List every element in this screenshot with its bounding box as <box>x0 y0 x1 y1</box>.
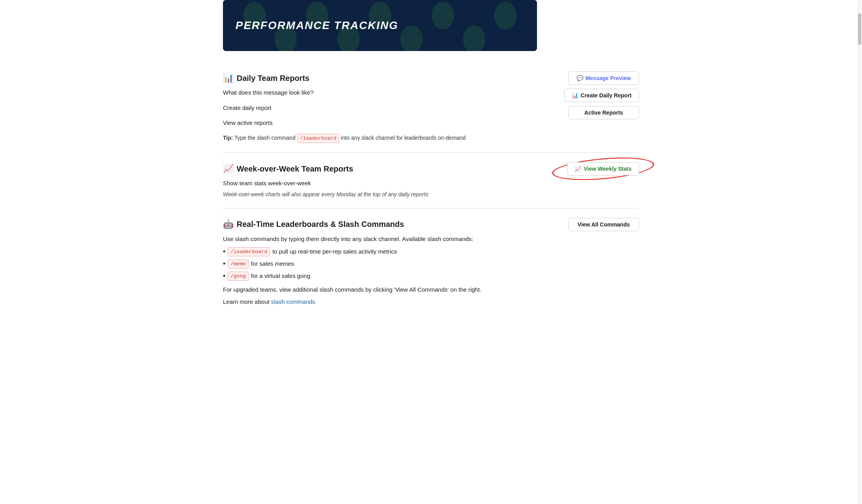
chat-icon: 💬 <box>577 75 583 81</box>
view-all-commands-button[interactable]: View All Commands <box>568 218 639 231</box>
tip-text: Type the slash command <box>234 135 297 141</box>
leaderboards-left: 🤖 Real-Time Leaderboards & Slash Command… <box>223 218 561 307</box>
leaderboards-section: 🤖 Real-Time Leaderboards & Slash Command… <box>223 208 639 316</box>
leaderboard-command-text: to pull up real-time per-rep sales activ… <box>272 247 397 256</box>
view-weekly-stats-button[interactable]: 📈 View Weekly Stats <box>567 162 639 175</box>
page-container: PERFORMANCE TRACKING 📊 Daily Team Report… <box>215 0 647 331</box>
daily-reports-header: 📊 Daily Team Reports <box>223 71 556 84</box>
leaderboards-content: 🤖 Real-Time Leaderboards & Slash Command… <box>223 218 639 307</box>
create-daily-report-button[interactable]: 📊 Create Daily Report <box>564 89 639 102</box>
tip-suffix: into any slack channel for leaderboards … <box>341 135 466 141</box>
weekly-reports-title: Week-over-Week Team Reports <box>237 163 353 175</box>
tip-line: Tip: Type the slash command /leaderboard… <box>223 134 556 143</box>
daily-reports-create-label: Create daily report <box>223 104 556 113</box>
view-all-commands-label: View All Commands <box>577 221 630 228</box>
leaderboards-title: Real-Time Leaderboards & Slash Commands <box>237 218 404 230</box>
message-preview-button[interactable]: 💬 Message Preview <box>568 71 639 85</box>
weekly-reports-content: 📈 Week-over-Week Team Reports Show team … <box>223 162 639 199</box>
message-preview-label: Message Preview <box>586 75 631 81</box>
active-reports-button[interactable]: Active Reports <box>568 106 639 119</box>
daily-reports-description: What does this message look like? <box>223 88 556 97</box>
weekly-reports-description: Show team stats week-over-week <box>223 179 559 188</box>
leaderboard-command-badge: /leaderboard <box>228 247 270 257</box>
gong-command-text: for a virtual sales gong <box>251 272 310 281</box>
meme-command-badge: /meme <box>228 259 248 269</box>
view-weekly-stats-label: View Weekly Stats <box>584 166 632 172</box>
leaderboards-footer: For upgraded teams, view additional slas… <box>223 285 561 294</box>
weekly-reports-right: 📈 View Weekly Stats <box>567 162 639 175</box>
daily-reports-view-label: View active reports <box>223 119 556 128</box>
list-item: /meme for sales memes <box>223 259 561 269</box>
daily-reports-section: 📊 Daily Team Reports What does this mess… <box>223 62 639 153</box>
leaderboards-intro: Use slash commands by typing them direct… <box>223 235 561 244</box>
weekly-stats-wrapper: 📈 View Weekly Stats <box>567 162 639 175</box>
hero-title: PERFORMANCE TRACKING <box>236 17 398 34</box>
slash-commands-link[interactable]: slash commands <box>271 298 316 305</box>
slash-commands-list: /leaderboard to pull up real-time per-re… <box>223 247 561 281</box>
leaderboards-header: 🤖 Real-Time Leaderboards & Slash Command… <box>223 218 561 231</box>
list-item: /gong for a virtual sales gong <box>223 271 561 281</box>
leaderboards-icon: 🤖 <box>223 218 234 231</box>
scrollbar-thumb[interactable] <box>858 13 861 45</box>
leaderboards-right: View All Commands <box>568 218 639 231</box>
weekly-reports-note: Week-over-week charts will also appear e… <box>223 190 559 199</box>
weekly-reports-icon: 📈 <box>223 162 234 175</box>
daily-reports-title: Daily Team Reports <box>237 72 309 84</box>
weekly-reports-left: 📈 Week-over-Week Team Reports Show team … <box>223 162 559 199</box>
trend-icon: 📈 <box>575 166 581 172</box>
tip-bold: Tip: <box>223 135 233 141</box>
daily-reports-content: 📊 Daily Team Reports What does this mess… <box>223 71 639 143</box>
tip-command-badge: /leaderboard <box>297 134 340 143</box>
gong-command-badge: /gong <box>228 272 248 281</box>
daily-reports-left: 📊 Daily Team Reports What does this mess… <box>223 71 556 143</box>
active-reports-label: Active Reports <box>584 110 623 116</box>
scrollbar[interactable] <box>857 0 862 331</box>
learn-more-line: Learn more about slash commands <box>223 298 561 307</box>
meme-command-text: for sales memes <box>251 259 294 268</box>
bar-chart-icon: 📊 <box>572 92 578 99</box>
daily-reports-right: 💬 Message Preview 📊 Create Daily Report … <box>564 71 639 119</box>
hero-banner: PERFORMANCE TRACKING <box>223 0 537 51</box>
daily-reports-icon: 📊 <box>223 71 234 84</box>
list-item: /leaderboard to pull up real-time per-re… <box>223 247 561 257</box>
weekly-reports-header: 📈 Week-over-Week Team Reports <box>223 162 559 175</box>
create-daily-report-label: Create Daily Report <box>581 92 632 99</box>
weekly-reports-section: 📈 Week-over-Week Team Reports Show team … <box>223 153 639 208</box>
learn-more-prefix: Learn more about <box>223 298 271 305</box>
